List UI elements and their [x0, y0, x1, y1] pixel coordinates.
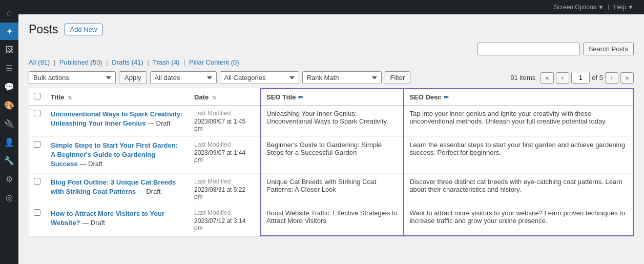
- sidebar-icon-users[interactable]: 👤: [0, 133, 18, 151]
- date-label: Last Modified: [194, 110, 255, 117]
- sidebar-icon-plugins[interactable]: 🔌: [0, 115, 18, 132]
- date-label: Last Modified: [194, 209, 255, 216]
- filter-published[interactable]: Published (50): [59, 58, 104, 66]
- table-row: Unconventional Ways to Spark Creativity:…: [29, 106, 633, 137]
- seo-desc-edit-icon[interactable]: ✏: [444, 94, 449, 101]
- screen-options-label: Screen Options: [554, 4, 596, 11]
- filter-drafts[interactable]: Drafts (41): [112, 58, 145, 66]
- date-value: 2023/08/31 at 5:22 pm: [194, 186, 255, 200]
- row-date: Last Modified 2023/09/07 at 1:44 pm: [189, 137, 261, 174]
- pagination: 91 items « ‹ of 5 › »: [510, 72, 634, 84]
- sidebar-icon-media[interactable]: 🖼: [0, 41, 18, 58]
- top-bar: Screen Options ▼ | Help ▼: [18, 0, 644, 14]
- row-checkbox[interactable]: [34, 178, 40, 185]
- add-new-button[interactable]: Add New: [65, 24, 103, 35]
- of-text: of 5: [592, 74, 603, 82]
- filter-trash[interactable]: Trash (4): [153, 58, 181, 66]
- row-title: Unconventional Ways to Spark Creativity:…: [46, 106, 189, 137]
- row-seo-desc: Discover three distinct cat breeds with …: [404, 173, 633, 205]
- page-title: Posts: [29, 23, 58, 36]
- row-date: Last Modified 2023/09/07 at 1:45 pm: [189, 106, 261, 137]
- filter-button[interactable]: Filter: [385, 71, 411, 84]
- content-area: Posts Add New Search Posts All (91) | Pu…: [18, 14, 644, 245]
- date-sort-icon: ⇅: [212, 95, 216, 100]
- screen-options-button[interactable]: Screen Options ▼: [550, 0, 608, 14]
- prev-page-button[interactable]: ‹: [556, 72, 569, 84]
- seo-desc-header: SEO Desc ✏: [404, 89, 633, 106]
- date-label: Last Modified: [194, 178, 255, 185]
- filter-pillar[interactable]: Pillar Content (0): [189, 58, 239, 66]
- title-header[interactable]: Title ⇅: [46, 89, 189, 106]
- row-checkbox[interactable]: [34, 110, 40, 116]
- filter-all[interactable]: All (91): [29, 58, 52, 66]
- rankmath-filter-select[interactable]: Rank Math: [302, 71, 382, 84]
- table-row: Blog Post Outline: 3 Unique Cat Breeds w…: [29, 173, 633, 205]
- row-seo-title: Beginner's Guide to Gardening: Simple St…: [261, 137, 404, 174]
- page-header: Posts Add New: [29, 23, 634, 36]
- items-count: 91 items: [510, 74, 535, 82]
- row-seo-title: Unleashing Your Inner Genius: Unconventi…: [261, 106, 404, 137]
- row-cb: [29, 137, 46, 174]
- row-cb: [29, 173, 46, 205]
- first-page-button[interactable]: «: [541, 72, 554, 84]
- sidebar-icon-posts[interactable]: ✦: [0, 23, 18, 40]
- row-title: Blog Post Outline: 3 Unique Cat Breeds w…: [46, 173, 189, 205]
- filter-links: All (91) | Published (50) | Drafts (41) …: [29, 58, 634, 66]
- category-filter-select[interactable]: All Categories: [220, 71, 299, 84]
- post-title-link[interactable]: Simple Steps to Start Your First Garden:…: [51, 141, 178, 168]
- select-all-checkbox[interactable]: [34, 93, 40, 99]
- sidebar-icon-pages[interactable]: ☰: [0, 59, 18, 77]
- bulk-actions-select[interactable]: Bulk actions: [29, 71, 116, 84]
- posts-table: Title ⇅ Date ⇅ SEO Title ✏: [29, 88, 634, 236]
- row-date: Last Modified 2023/07/12 at 3:14 pm: [189, 205, 261, 236]
- row-seo-title: Boost Website Traffic: Effective Strateg…: [261, 205, 404, 236]
- seo-title-header: SEO Title ✏: [261, 89, 404, 106]
- search-posts-button[interactable]: Search Posts: [583, 43, 634, 55]
- select-all-header: [29, 89, 46, 106]
- main-content: Screen Options ▼ | Help ▼ Posts Add New …: [18, 0, 644, 264]
- row-date: Last Modified 2023/08/31 at 5:22 pm: [189, 173, 261, 205]
- row-seo-desc: Want to attract more visitors to your we…: [404, 205, 633, 236]
- screen-options-arrow: ▼: [598, 4, 604, 11]
- sidebar-icon-tools[interactable]: 🔧: [0, 152, 18, 169]
- post-status: — Draft: [79, 160, 102, 168]
- row-checkbox[interactable]: [34, 141, 40, 148]
- apply-button[interactable]: Apply: [119, 71, 147, 84]
- date-label: Last Modified: [194, 141, 255, 148]
- search-input[interactable]: [477, 43, 580, 55]
- row-seo-desc: Tap into your inner genius and ignite yo…: [404, 106, 633, 137]
- help-label: Help: [613, 4, 626, 11]
- title-sort-icon: ⇅: [68, 95, 72, 100]
- seo-title-edit-icon[interactable]: ✏: [298, 94, 303, 101]
- current-page-input[interactable]: [571, 72, 590, 84]
- row-seo-desc: Learn the essential steps to start your …: [404, 137, 633, 174]
- search-area: Search Posts: [29, 43, 634, 55]
- row-seo-title: Unique Cat Breeds with Striking Coat Pat…: [261, 173, 404, 205]
- post-title-link[interactable]: How to Attract More Visitors to Your Web…: [51, 210, 164, 227]
- help-button[interactable]: Help ▼: [609, 0, 638, 14]
- date-value: 2023/09/07 at 1:44 pm: [194, 149, 255, 164]
- sidebar-icon-rankmath[interactable]: ◎: [0, 189, 18, 206]
- post-status: — Draft: [138, 188, 161, 195]
- row-checkbox[interactable]: [34, 209, 40, 216]
- row-cb: [29, 205, 46, 236]
- toolbar: Bulk actions Apply All dates All Categor…: [29, 71, 634, 84]
- row-title: Simple Steps to Start Your First Garden:…: [46, 137, 189, 174]
- table-row: Simple Steps to Start Your First Garden:…: [29, 137, 633, 174]
- post-status: — Draft: [148, 119, 171, 127]
- sidebar-icon-comments[interactable]: 💬: [0, 78, 18, 95]
- row-title: How to Attract More Visitors to Your Web…: [46, 205, 189, 236]
- sidebar: ⌂ ✦ 🖼 ☰ 💬 🎨 🔌 👤 🔧 ⚙ ◎: [0, 0, 18, 264]
- next-page-button[interactable]: ›: [605, 72, 618, 84]
- last-page-button[interactable]: »: [620, 72, 634, 84]
- sidebar-icon-settings[interactable]: ⚙: [0, 170, 18, 188]
- table-header-row: Title ⇅ Date ⇅ SEO Title ✏: [29, 89, 633, 106]
- date-header[interactable]: Date ⇅: [189, 89, 261, 106]
- table-body: Unconventional Ways to Spark Creativity:…: [29, 106, 633, 236]
- table-row: How to Attract More Visitors to Your Web…: [29, 205, 633, 236]
- date-filter-select[interactable]: All dates: [150, 71, 217, 84]
- date-value: 2023/07/12 at 3:14 pm: [194, 217, 255, 232]
- row-cb: [29, 106, 46, 137]
- sidebar-icon-home[interactable]: ⌂: [0, 4, 18, 22]
- sidebar-icon-appearance[interactable]: 🎨: [0, 96, 18, 114]
